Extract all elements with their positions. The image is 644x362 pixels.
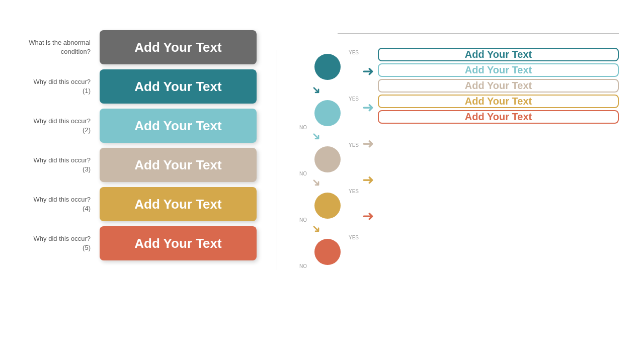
row-label-4: Why did this occur? (4)	[25, 195, 91, 213]
page: What is the abnormal condition? Add Your…	[0, 0, 644, 362]
nodes-col: YES➜YESNO➜YESNO➜YESNO➜YESNO	[297, 49, 358, 270]
main-box-2[interactable]: Add Your Text	[100, 109, 257, 143]
conf-box-2[interactable]: Add Your Text	[378, 79, 619, 93]
arrows-col: ➜➜➜➜➜	[358, 53, 378, 234]
yes-label-4: YES	[349, 235, 359, 240]
inter-node-2: ➜	[297, 177, 358, 188]
main-box-1[interactable]: Add Your Text	[100, 69, 257, 104]
left-row-1: Why did this occur? (1) Add Your Text	[25, 69, 257, 104]
inter-node-1: ➜	[297, 131, 358, 141]
right-arrow-0: ➜	[358, 53, 378, 89]
right-arrow-4: ➜	[358, 198, 378, 234]
main-box-3[interactable]: Add Your Text	[100, 148, 257, 182]
yes-label-1: YES	[349, 96, 359, 102]
node-row-4: YESNO	[297, 234, 358, 270]
row-label-2: Why did this occur? (2)	[25, 117, 91, 135]
main-box-5[interactable]: Add Your Text	[100, 226, 257, 260]
diagram: YES➜YESNO➜YESNO➜YESNO➜YESNO➜➜➜➜➜Add Your…	[297, 44, 619, 270]
yes-label-2: YES	[349, 142, 359, 148]
node-row-3: YESNO	[297, 188, 358, 224]
left-panel: What is the abnormal condition? Add Your…	[25, 30, 257, 265]
left-row-2: Why did this occur? (2) Add Your Text	[25, 109, 257, 143]
conf-boxes-col: Add Your TextAdd Your TextAdd Your TextA…	[378, 48, 619, 124]
sub-required	[338, 36, 478, 40]
confirmation-header	[338, 30, 619, 34]
no-label-1: NO	[299, 125, 307, 130]
circle-node-2	[314, 146, 341, 172]
no-label-2: NO	[299, 171, 307, 176]
left-row-4: Why did this occur? (4) Add Your Text	[25, 187, 257, 221]
main-box-4[interactable]: Add Your Text	[100, 187, 257, 221]
conf-box-0[interactable]: Add Your Text	[378, 48, 619, 61]
conf-box-3[interactable]: Add Your Text	[378, 95, 619, 108]
inter-node-0: ➜	[297, 85, 358, 95]
inter-node-3: ➜	[297, 224, 358, 234]
circle-node-3	[314, 193, 341, 219]
right-arrow-2: ➜	[358, 125, 378, 161]
no-label-4: NO	[299, 263, 307, 269]
sub-method	[478, 36, 619, 40]
left-row-3: Why did this occur? (3) Add Your Text	[25, 148, 257, 182]
yes-label-0: YES	[349, 50, 359, 55]
no-label-3: NO	[299, 217, 307, 223]
conf-box-1[interactable]: Add Your Text	[378, 63, 619, 77]
row-label-0: What is the abnormal condition?	[25, 38, 91, 56]
left-row-0: What is the abnormal condition? Add Your…	[25, 30, 257, 64]
right-arrow-1: ➜	[358, 89, 378, 125]
right-arrow-3: ➜	[358, 161, 378, 198]
circle-node-1	[314, 100, 341, 126]
row-label-5: Why did this occur? (5)	[25, 234, 91, 252]
node-row-1: YESNO	[297, 95, 358, 131]
row-label-1: Why did this occur? (1)	[25, 77, 91, 96]
node-row-2: YESNO	[297, 141, 358, 177]
conf-box-4[interactable]: Add Your Text	[378, 110, 619, 124]
conf-subheaders	[338, 36, 619, 40]
circle-node-0	[314, 54, 341, 80]
row-label-3: Why did this occur? (3)	[25, 156, 91, 174]
left-row-5: Why did this occur? (5) Add Your Text	[25, 226, 257, 260]
main-content: What is the abnormal condition? Add Your…	[25, 30, 619, 270]
right-panel: YES➜YESNO➜YESNO➜YESNO➜YESNO➜➜➜➜➜Add Your…	[297, 30, 619, 270]
yes-label-3: YES	[349, 189, 359, 194]
main-box-0[interactable]: Add Your Text	[100, 30, 257, 64]
node-row-0: YES	[297, 49, 358, 85]
circle-node-4	[314, 239, 341, 265]
